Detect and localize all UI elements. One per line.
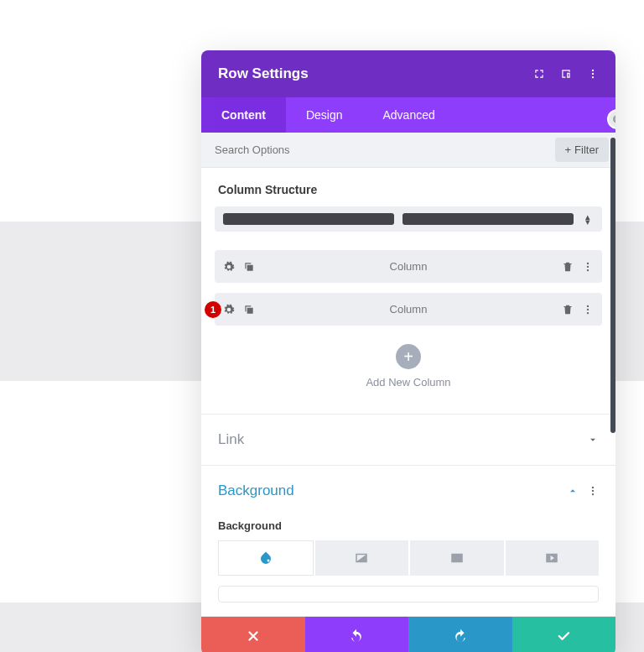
- devices-icon[interactable]: [560, 68, 572, 80]
- svg-point-9: [592, 487, 594, 488]
- search-input[interactable]: [201, 133, 555, 166]
- cancel-button[interactable]: [201, 617, 305, 652]
- close-icon: [246, 629, 261, 644]
- more-vert-icon[interactable]: [587, 485, 599, 497]
- svg-point-6: [587, 305, 589, 306]
- column-structure-select[interactable]: ▴▾: [215, 206, 602, 232]
- modal-actions: [533, 68, 599, 80]
- duplicate-icon[interactable]: [243, 261, 255, 273]
- trash-icon[interactable]: [562, 261, 574, 273]
- add-column: + Add New Column: [215, 336, 602, 407]
- tab-advanced[interactable]: Advanced: [362, 97, 454, 133]
- redo-button[interactable]: [408, 617, 512, 652]
- chevron-up-icon: [567, 485, 579, 497]
- tab-content[interactable]: Content: [201, 97, 286, 133]
- bg-tab-image[interactable]: [410, 540, 504, 576]
- accordion-title: Background: [218, 482, 294, 499]
- add-column-label: Add New Column: [215, 376, 602, 389]
- modal-header: Row Settings: [201, 50, 615, 97]
- svg-point-4: [587, 265, 589, 267]
- svg-point-0: [592, 70, 594, 71]
- plus-icon: +: [565, 143, 572, 156]
- step-badge: 1: [205, 301, 221, 318]
- background-section: Background: [201, 516, 615, 616]
- svg-point-8: [587, 311, 589, 313]
- layout-column-preview: [402, 213, 574, 225]
- gear-icon[interactable]: [223, 304, 235, 316]
- more-vert-icon[interactable]: [587, 68, 599, 80]
- undo-icon: [349, 629, 364, 644]
- trash-icon[interactable]: [562, 304, 574, 316]
- row-settings-modal: Row Settings Content Design Advanced + F…: [201, 50, 615, 652]
- redo-icon: [453, 629, 468, 644]
- modal-title: Row Settings: [218, 65, 309, 82]
- column-label: Column: [255, 260, 562, 273]
- undo-button[interactable]: [305, 617, 409, 652]
- expand-icon[interactable]: [533, 68, 545, 80]
- accordion-title: Link: [218, 431, 244, 448]
- column-item: 1 Column: [215, 293, 602, 326]
- background-label: Background: [218, 519, 599, 532]
- tab-design[interactable]: Design: [286, 97, 363, 133]
- column-structure-label: Column Structure: [215, 183, 602, 196]
- accordion-toggle-link[interactable]: Link: [201, 415, 615, 465]
- duplicate-icon[interactable]: [243, 304, 255, 316]
- accordion-toggle-background[interactable]: Background: [201, 466, 615, 516]
- scrollbar[interactable]: [610, 138, 615, 433]
- tab-bar: Content Design Advanced: [201, 97, 615, 133]
- accordion-background: Background Background: [201, 466, 615, 617]
- chevron-down-icon: [587, 434, 599, 446]
- more-vert-icon[interactable]: [582, 304, 594, 316]
- search-row: + Filter: [201, 133, 615, 168]
- bg-tab-video[interactable]: [506, 540, 600, 576]
- bg-tab-color[interactable]: [218, 540, 314, 576]
- column-label: Column: [255, 303, 562, 316]
- svg-point-5: [587, 269, 589, 270]
- bg-tab-gradient[interactable]: [315, 540, 409, 576]
- svg-point-11: [592, 493, 594, 495]
- select-caret-icon: ▴▾: [582, 214, 594, 224]
- svg-point-10: [592, 490, 594, 492]
- filter-button[interactable]: + Filter: [555, 138, 609, 162]
- modal-footer: [201, 617, 615, 652]
- check-icon: [556, 629, 571, 644]
- background-preview[interactable]: [218, 586, 599, 602]
- svg-point-3: [587, 262, 589, 263]
- svg-point-7: [587, 308, 589, 310]
- more-vert-icon[interactable]: [582, 261, 594, 273]
- filter-label: Filter: [574, 143, 599, 156]
- svg-point-1: [592, 73, 594, 75]
- save-button[interactable]: [512, 617, 616, 652]
- add-column-button[interactable]: +: [396, 344, 421, 369]
- layout-column-preview: [223, 213, 394, 225]
- gear-icon[interactable]: [223, 261, 235, 273]
- svg-point-2: [592, 76, 594, 78]
- column-item: Column: [215, 250, 602, 283]
- background-tabs: [218, 540, 599, 576]
- content-panel: Column Structure ▴▾ Column 1 Column: [201, 168, 615, 414]
- accordion-link: Link: [201, 415, 615, 466]
- accordion: Link Background Background: [201, 414, 615, 617]
- scrollbar-thumb[interactable]: [610, 138, 615, 433]
